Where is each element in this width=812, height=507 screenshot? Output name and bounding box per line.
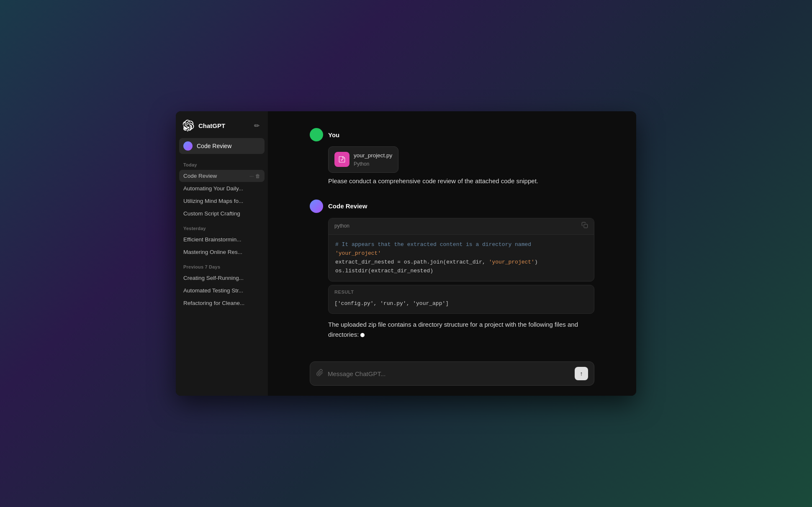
input-area: ↑ <box>268 356 636 396</box>
main-content: You your_project.py Pyt <box>268 111 636 396</box>
chat-item-text: Custom Script Crafting <box>183 210 260 217</box>
user-message-content: your_project.py Python Please conduct a … <box>310 146 594 186</box>
chat-item-text: Utilizing Mind Maps fo... <box>183 198 260 204</box>
send-icon: ↑ <box>580 370 583 377</box>
chat-item-text: Mastering Online Res... <box>183 249 260 255</box>
attach-icon[interactable] <box>316 369 324 379</box>
sidebar-item-automating[interactable]: Automating Your Daily... <box>179 182 265 195</box>
sidebar-item-refactoring[interactable]: Refactoring for Cleane... <box>179 297 265 309</box>
result-header: RESULT <box>329 285 594 298</box>
message-sender: You <box>328 131 339 138</box>
svg-rect-0 <box>584 224 588 228</box>
app-window: ChatGPT ✏ Code Review Today Code Review … <box>176 111 636 396</box>
sidebar-logo: ChatGPT <box>182 120 225 131</box>
chat-area: You your_project.py Pyt <box>268 111 636 356</box>
assistant-text-partial: The uploaded zip file contains a directo… <box>328 320 594 340</box>
chatgpt-logo-icon <box>182 120 194 131</box>
new-chat-icon[interactable]: ✏ <box>252 120 261 131</box>
chat-item-text: Efficient Brainstormin... <box>183 236 260 243</box>
assistant-message-content: python # It appears that the extracted c… <box>310 218 594 340</box>
chat-item-text: Refactoring for Cleane... <box>183 300 260 306</box>
file-icon <box>334 152 349 167</box>
more-icon[interactable]: ··· <box>249 173 254 179</box>
code-line-3: extract_dir_nested = os.path.join(extrac… <box>335 259 489 265</box>
chat-item-text: Automating Your Daily... <box>183 185 260 192</box>
user-message-text: Please conduct a comprehensive code revi… <box>328 176 594 186</box>
copy-icon[interactable] <box>581 222 588 231</box>
message-input[interactable] <box>328 370 570 377</box>
active-chat-item[interactable]: Code Review <box>179 138 265 154</box>
code-line-1: # It appears that the extracted content … <box>335 241 531 248</box>
user-avatar <box>310 128 323 141</box>
file-info: your_project.py Python <box>354 151 392 168</box>
active-chat-label: Code Review <box>197 143 231 149</box>
sidebar-item-mind-maps[interactable]: Utilizing Mind Maps fo... <box>179 195 265 207</box>
chat-item-text: Automated Testing Str... <box>183 287 260 294</box>
chat-item-text: Creating Self-Running... <box>183 275 260 281</box>
sidebar-item-online-res[interactable]: Mastering Online Res... <box>179 246 265 258</box>
code-line-4: os.listdir(extract_dir_nested) <box>335 268 433 274</box>
send-button[interactable]: ↑ <box>575 367 588 380</box>
assistant-message-header: Code Review <box>310 200 594 213</box>
chat-item-actions: ··· 🗑 <box>249 173 260 179</box>
sidebar-item-auto-testing[interactable]: Automated Testing Str... <box>179 284 265 297</box>
message-input-container: ↑ <box>310 361 594 386</box>
sidebar: ChatGPT ✏ Code Review Today Code Review … <box>176 111 268 396</box>
code-lang: python <box>334 222 349 230</box>
result-block: RESULT ['config.py', 'run.py', 'your_app… <box>328 285 594 313</box>
active-chat-avatar <box>183 141 193 151</box>
sidebar-header: ChatGPT ✏ <box>179 118 265 138</box>
sidebar-item-code-review[interactable]: Code Review ··· 🗑 <box>179 170 265 182</box>
sidebar-item-self-running[interactable]: Creating Self-Running... <box>179 272 265 284</box>
section-yesterday: Yesterday <box>179 224 265 233</box>
app-title: ChatGPT <box>198 122 225 129</box>
loading-dot <box>360 333 365 337</box>
code-block-header: python <box>329 218 594 235</box>
chat-item-text: Code Review <box>183 173 249 179</box>
code-block: python # It appears that the extracted c… <box>328 218 594 282</box>
section-today: Today <box>179 161 265 170</box>
message-header: You <box>310 128 594 141</box>
result-content: ['config.py', 'run.py', 'your_app'] <box>329 298 594 313</box>
code-line-2: 'your_project' <box>335 250 381 256</box>
assistant-avatar <box>310 200 323 213</box>
assistant-sender: Code Review <box>328 202 367 210</box>
code-string-1: 'your_project' <box>489 259 534 265</box>
code-content: # It appears that the extracted content … <box>329 235 594 281</box>
user-message: You your_project.py Pyt <box>310 128 594 186</box>
section-prev7days: Previous 7 Days <box>179 263 265 272</box>
sidebar-item-custom-script[interactable]: Custom Script Crafting <box>179 207 265 220</box>
file-name: your_project.py <box>354 151 392 160</box>
delete-icon[interactable]: 🗑 <box>255 173 260 179</box>
assistant-message: Code Review python <box>310 200 594 340</box>
sidebar-item-brainstorm[interactable]: Efficient Brainstormin... <box>179 233 265 246</box>
file-type: Python <box>354 160 392 168</box>
file-attachment[interactable]: your_project.py Python <box>328 146 398 173</box>
code-paren-1: ) <box>534 259 538 265</box>
